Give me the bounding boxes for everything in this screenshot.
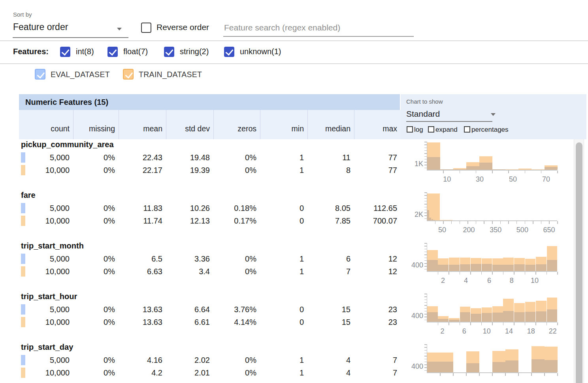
stat-value: 15 — [307, 303, 351, 316]
x-axis-tick-label: 30 — [467, 175, 492, 184]
type-filter-checkbox-int-8[interactable] — [60, 47, 70, 57]
x-axis-tick — [525, 221, 526, 224]
stat-value: 10,000 — [19, 316, 70, 328]
stat-value: 1 — [260, 164, 304, 176]
x-axis-tick — [544, 373, 545, 376]
chart-type-select[interactable]: Standard — [406, 109, 440, 119]
sort-by-underline — [13, 37, 128, 38]
histogram-bar-train — [427, 250, 438, 271]
histogram-bar-train — [427, 353, 440, 372]
chart-option-checkbox-expand[interactable] — [428, 126, 434, 133]
histogram-bar-train — [531, 346, 545, 372]
chart-option-checkbox-percentages[interactable] — [464, 126, 470, 133]
y-axis-tick — [424, 159, 427, 160]
y-axis-tick — [424, 311, 427, 312]
stat-value: 0% — [213, 164, 256, 176]
x-axis-tick — [516, 221, 517, 224]
y-axis-tick — [424, 370, 427, 371]
y-axis-tick — [424, 195, 427, 196]
stat-value: 23 — [354, 303, 397, 316]
x-axis-tick — [476, 171, 477, 173]
stat-value: 7 — [354, 366, 397, 379]
stat-row-eval: 5,0000%11.8310.260.18%08.05112.65 — [19, 202, 401, 214]
x-axis-tick — [535, 272, 536, 275]
stat-value: 0% — [73, 303, 115, 316]
stat-value: 19.39 — [166, 164, 210, 176]
y-axis-tick — [424, 249, 427, 250]
histogram-trip-start-day: 400 — [427, 344, 557, 373]
y-axis-tick — [424, 162, 427, 163]
x-axis-tick-label: 6 — [477, 277, 502, 285]
stat-value: 5,000 — [19, 354, 70, 366]
stat-value: 6.61 — [166, 316, 210, 328]
histogram-trip-start-month: 400246810 — [427, 243, 557, 272]
y-axis-tick — [424, 210, 427, 210]
x-axis-tick — [531, 373, 532, 376]
chevron-down-icon[interactable] — [491, 113, 496, 116]
x-axis-tick-label: 4 — [453, 277, 479, 285]
x-axis-tick — [557, 221, 558, 224]
y-axis-tick — [424, 308, 427, 309]
histogram-bar-train — [471, 308, 481, 322]
x-axis-tick — [460, 322, 460, 325]
feature-row-fare: fare5,0000%11.8310.260.18%08.05112.6510,… — [19, 190, 574, 241]
stat-value: 112.65 — [354, 202, 397, 214]
stat-row-train: 10,0000%11.7412.130.17%07.85700.07 — [19, 214, 401, 227]
dataset-checkbox-eval-dataset[interactable] — [35, 69, 45, 80]
x-axis-tick-label: 10 — [434, 175, 460, 184]
sort-by-select[interactable]: Feature order — [13, 22, 68, 32]
reverse-order-checkbox[interactable] — [141, 23, 151, 33]
chart-option-checkbox-log[interactable] — [407, 126, 413, 133]
stat-value: 8.05 — [307, 202, 351, 214]
x-axis-tick-label: 10 — [522, 277, 547, 285]
y-axis-tick — [424, 320, 427, 320]
x-axis-tick — [541, 171, 542, 173]
stat-value: 0 — [260, 202, 304, 214]
y-axis-tick — [424, 254, 427, 255]
histogram-bar-train — [547, 246, 558, 271]
histogram-bar-train — [492, 169, 505, 170]
y-axis-tick — [424, 317, 427, 317]
type-filter-checkbox-unknown-1[interactable] — [224, 47, 234, 57]
chevron-down-icon[interactable] — [117, 28, 122, 30]
stat-value: 3.36 — [166, 252, 210, 265]
stat-value: 0.17% — [213, 214, 256, 227]
y-axis-tick — [424, 266, 427, 267]
type-filter-checkbox-float-7[interactable] — [107, 47, 118, 57]
features-bar-label: Features: — [13, 47, 49, 56]
vertical-scrollbar[interactable] — [574, 139, 584, 383]
stat-value: 0% — [213, 354, 256, 366]
stat-value: 5,000 — [19, 303, 70, 316]
stat-value: 77 — [354, 151, 397, 164]
y-axis-tick — [424, 269, 427, 270]
y-axis-tick — [424, 260, 427, 261]
stat-value: 3.4 — [166, 265, 210, 278]
stat-value: 1 — [260, 252, 304, 265]
x-axis-tick — [547, 272, 547, 275]
stat-value: 5,000 — [19, 202, 70, 214]
feature-search-input[interactable]: Feature search (regex enabled) — [224, 23, 340, 32]
y-axis-tick — [424, 362, 427, 362]
scrollbar-thumb[interactable] — [576, 142, 582, 383]
x-axis-tick-label: 2 — [430, 277, 456, 285]
x-axis-tick-label: 6 — [452, 327, 477, 336]
histogram-bar-train — [525, 259, 536, 271]
y-axis-tick — [424, 243, 427, 244]
histogram-bar-train — [514, 258, 525, 271]
x-axis-tick — [535, 322, 536, 325]
y-axis-tick — [424, 356, 427, 356]
stat-value: 10,000 — [19, 366, 70, 379]
stat-value: 15 — [307, 316, 351, 328]
y-axis-tick — [424, 144, 427, 145]
x-axis-tick — [514, 322, 514, 325]
stat-row-eval: 5,0000%22.4319.480%11177 — [19, 151, 401, 164]
histogram-bar-train — [438, 316, 449, 322]
x-axis-tick — [518, 373, 519, 376]
type-filter-checkbox-string-2[interactable] — [164, 47, 174, 57]
stat-value: 2.01 — [166, 366, 210, 379]
stat-value: 13.63 — [119, 303, 162, 316]
stat-row-train: 10,0000%6.633.40%1712 — [19, 265, 401, 278]
dataset-checkbox-train-dataset[interactable] — [123, 69, 134, 80]
histogram-bar-train — [492, 351, 505, 372]
stat-value: 6.5 — [119, 252, 162, 265]
